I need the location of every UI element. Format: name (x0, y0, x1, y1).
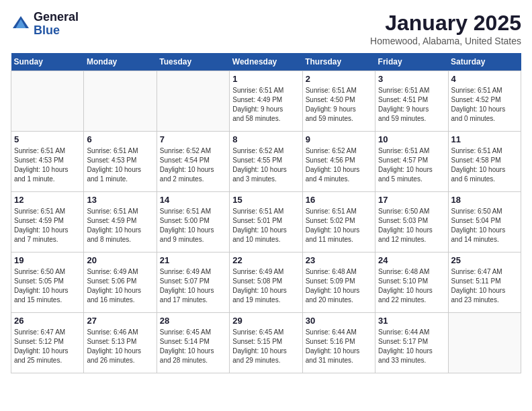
calendar-week-row: 12Sunrise: 6:51 AM Sunset: 4:59 PM Dayli… (11, 192, 521, 253)
calendar-location: Homewood, Alabama, United States (370, 36, 521, 46)
day-number: 26 (14, 316, 81, 326)
day-info: Sunrise: 6:44 AM Sunset: 5:17 PM Dayligh… (378, 328, 445, 365)
day-info: Sunrise: 6:51 AM Sunset: 4:57 PM Dayligh… (378, 146, 445, 184)
day-number: 7 (160, 134, 226, 144)
day-number: 15 (232, 195, 299, 205)
weekday-header-thursday: Thursday (302, 53, 375, 71)
day-number: 9 (306, 134, 372, 144)
calendar-day-cell: 21Sunrise: 6:49 AM Sunset: 5:07 PM Dayli… (157, 253, 229, 313)
calendar-day-cell: 14Sunrise: 6:51 AM Sunset: 5:00 PM Dayli… (157, 192, 229, 253)
day-number: 24 (378, 255, 445, 265)
day-info: Sunrise: 6:51 AM Sunset: 4:59 PM Dayligh… (87, 207, 153, 244)
day-info: Sunrise: 6:46 AM Sunset: 5:13 PM Dayligh… (87, 328, 153, 365)
day-number: 30 (306, 316, 372, 326)
calendar-day-cell: 26Sunrise: 6:47 AM Sunset: 5:12 PM Dayli… (11, 313, 84, 373)
day-number: 6 (87, 134, 153, 144)
logo-icon (11, 14, 31, 34)
day-info: Sunrise: 6:48 AM Sunset: 5:10 PM Dayligh… (378, 267, 445, 305)
day-info: Sunrise: 6:51 AM Sunset: 4:53 PM Dayligh… (14, 146, 81, 184)
day-info: Sunrise: 6:47 AM Sunset: 5:12 PM Dayligh… (14, 328, 81, 365)
day-info: Sunrise: 6:51 AM Sunset: 4:51 PM Dayligh… (378, 86, 445, 124)
weekday-header-monday: Monday (84, 53, 157, 71)
day-number: 25 (451, 255, 518, 265)
logo-text: General Blue (34, 11, 79, 38)
day-info: Sunrise: 6:52 AM Sunset: 4:56 PM Dayligh… (306, 146, 372, 184)
calendar-day-cell: 18Sunrise: 6:50 AM Sunset: 5:04 PM Dayli… (448, 192, 521, 253)
day-number: 27 (87, 316, 153, 326)
weekday-header-saturday: Saturday (448, 53, 521, 71)
weekday-header-friday: Friday (375, 53, 448, 71)
day-info: Sunrise: 6:52 AM Sunset: 4:55 PM Dayligh… (232, 146, 299, 184)
day-number: 22 (232, 255, 299, 265)
calendar-day-cell: 13Sunrise: 6:51 AM Sunset: 4:59 PM Dayli… (84, 192, 157, 253)
weekday-header-tuesday: Tuesday (157, 53, 229, 71)
day-info: Sunrise: 6:44 AM Sunset: 5:16 PM Dayligh… (306, 328, 372, 365)
day-info: Sunrise: 6:51 AM Sunset: 4:59 PM Dayligh… (14, 207, 81, 244)
calendar-day-cell: 15Sunrise: 6:51 AM Sunset: 5:01 PM Dayli… (230, 192, 302, 253)
day-info: Sunrise: 6:49 AM Sunset: 5:08 PM Dayligh… (232, 267, 299, 305)
day-info: Sunrise: 6:51 AM Sunset: 4:52 PM Dayligh… (451, 86, 518, 124)
calendar-day-cell: 3Sunrise: 6:51 AM Sunset: 4:51 PM Daylig… (375, 71, 448, 132)
calendar-day-cell: 7Sunrise: 6:52 AM Sunset: 4:54 PM Daylig… (157, 132, 229, 192)
day-info: Sunrise: 6:50 AM Sunset: 5:04 PM Dayligh… (451, 207, 518, 244)
day-info: Sunrise: 6:51 AM Sunset: 5:01 PM Dayligh… (232, 207, 299, 244)
calendar-title: January 2025 (370, 11, 521, 36)
day-number: 16 (306, 195, 372, 205)
calendar-day-cell: 23Sunrise: 6:48 AM Sunset: 5:09 PM Dayli… (302, 253, 375, 313)
calendar-day-cell: 4Sunrise: 6:51 AM Sunset: 4:52 PM Daylig… (448, 71, 521, 132)
day-number: 5 (14, 134, 81, 144)
day-info: Sunrise: 6:49 AM Sunset: 5:07 PM Dayligh… (160, 267, 226, 305)
calendar-day-cell: 8Sunrise: 6:52 AM Sunset: 4:55 PM Daylig… (230, 132, 302, 192)
logo-general: General (34, 11, 79, 24)
calendar-day-cell: 25Sunrise: 6:47 AM Sunset: 5:11 PM Dayli… (448, 253, 521, 313)
day-number: 28 (160, 316, 226, 326)
calendar-day-cell: 11Sunrise: 6:51 AM Sunset: 4:58 PM Dayli… (448, 132, 521, 192)
calendar-day-cell: 30Sunrise: 6:44 AM Sunset: 5:16 PM Dayli… (302, 313, 375, 373)
day-number: 14 (160, 195, 226, 205)
day-info: Sunrise: 6:51 AM Sunset: 4:53 PM Dayligh… (87, 146, 153, 184)
day-info: Sunrise: 6:45 AM Sunset: 5:14 PM Dayligh… (160, 328, 226, 365)
calendar-day-cell: 12Sunrise: 6:51 AM Sunset: 4:59 PM Dayli… (11, 192, 84, 253)
day-number: 3 (378, 74, 445, 84)
calendar-day-cell (11, 71, 84, 132)
day-number: 19 (14, 255, 81, 265)
day-number: 8 (232, 134, 299, 144)
day-number: 13 (87, 195, 153, 205)
calendar-day-cell: 5Sunrise: 6:51 AM Sunset: 4:53 PM Daylig… (11, 132, 84, 192)
day-number: 17 (378, 195, 445, 205)
calendar-week-row: 26Sunrise: 6:47 AM Sunset: 5:12 PM Dayli… (11, 313, 521, 373)
calendar-day-cell: 22Sunrise: 6:49 AM Sunset: 5:08 PM Dayli… (230, 253, 302, 313)
day-info: Sunrise: 6:49 AM Sunset: 5:06 PM Dayligh… (87, 267, 153, 305)
day-info: Sunrise: 6:51 AM Sunset: 4:49 PM Dayligh… (232, 86, 299, 124)
calendar-day-cell (157, 71, 229, 132)
calendar-day-cell: 20Sunrise: 6:49 AM Sunset: 5:06 PM Dayli… (84, 253, 157, 313)
day-info: Sunrise: 6:51 AM Sunset: 4:58 PM Dayligh… (451, 146, 518, 184)
day-info: Sunrise: 6:47 AM Sunset: 5:11 PM Dayligh… (451, 267, 518, 305)
day-info: Sunrise: 6:51 AM Sunset: 4:50 PM Dayligh… (306, 86, 372, 124)
day-number: 29 (232, 316, 299, 326)
day-number: 1 (232, 74, 299, 84)
calendar-day-cell: 9Sunrise: 6:52 AM Sunset: 4:56 PM Daylig… (302, 132, 375, 192)
calendar-week-row: 1Sunrise: 6:51 AM Sunset: 4:49 PM Daylig… (11, 71, 521, 132)
calendar-day-cell: 6Sunrise: 6:51 AM Sunset: 4:53 PM Daylig… (84, 132, 157, 192)
calendar-day-cell: 1Sunrise: 6:51 AM Sunset: 4:49 PM Daylig… (230, 71, 302, 132)
day-info: Sunrise: 6:48 AM Sunset: 5:09 PM Dayligh… (306, 267, 372, 305)
day-number: 10 (378, 134, 445, 144)
day-number: 23 (306, 255, 372, 265)
calendar-day-cell: 10Sunrise: 6:51 AM Sunset: 4:57 PM Dayli… (375, 132, 448, 192)
calendar-day-cell: 16Sunrise: 6:51 AM Sunset: 5:02 PM Dayli… (302, 192, 375, 253)
calendar-day-cell: 2Sunrise: 6:51 AM Sunset: 4:50 PM Daylig… (302, 71, 375, 132)
calendar-day-cell: 17Sunrise: 6:50 AM Sunset: 5:03 PM Dayli… (375, 192, 448, 253)
day-number: 31 (378, 316, 445, 326)
day-number: 20 (87, 255, 153, 265)
logo: General Blue (11, 11, 79, 38)
page-header: General Blue January 2025 Homewood, Alab… (11, 11, 521, 46)
calendar-day-cell: 28Sunrise: 6:45 AM Sunset: 5:14 PM Dayli… (157, 313, 229, 373)
calendar-day-cell: 29Sunrise: 6:45 AM Sunset: 5:15 PM Dayli… (230, 313, 302, 373)
calendar-day-cell: 19Sunrise: 6:50 AM Sunset: 5:05 PM Dayli… (11, 253, 84, 313)
day-number: 12 (14, 195, 81, 205)
calendar-day-cell: 24Sunrise: 6:48 AM Sunset: 5:10 PM Dayli… (375, 253, 448, 313)
calendar-day-cell: 27Sunrise: 6:46 AM Sunset: 5:13 PM Dayli… (84, 313, 157, 373)
day-number: 11 (451, 134, 518, 144)
title-block: January 2025 Homewood, Alabama, United S… (370, 11, 521, 46)
